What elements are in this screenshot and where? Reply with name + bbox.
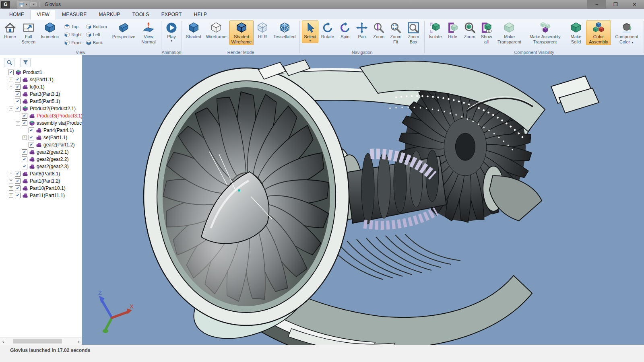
visibility-checkbox[interactable]: ✔ (29, 135, 34, 140)
tab-view[interactable]: VIEW (30, 10, 56, 20)
expander-plus-icon[interactable]: + (9, 78, 13, 82)
zoom-fit-button[interactable]: Zoom Fit (388, 21, 404, 45)
visibility-checkbox[interactable]: ✔ (22, 113, 27, 119)
close-button[interactable]: ✕ (625, 0, 644, 9)
isometric-button[interactable]: Isometric (39, 21, 61, 40)
tree-item[interactable]: ✔gear2(gear2.1) (0, 148, 82, 156)
visibility-checkbox[interactable]: ✔ (22, 149, 27, 155)
engine-model[interactable]: Z X (82, 55, 644, 345)
visibility-checkbox[interactable]: ✔ (15, 193, 21, 198)
tree-item[interactable]: −✔Product2(Product2.1) (0, 105, 82, 112)
hide-button[interactable]: Hide (445, 21, 461, 40)
rotate-tool-button[interactable]: Rotate (319, 21, 336, 40)
wireframe-button[interactable]: Wireframe (204, 21, 229, 40)
tab-help[interactable]: HELP (188, 10, 213, 19)
tree-item[interactable]: ✔Part3(Part3.1) (0, 90, 82, 98)
tree-item[interactable]: +✔se(Part1.1) (0, 134, 82, 141)
restore-button[interactable]: ❐ (606, 0, 625, 9)
customize-toolbar-button[interactable]: ▼ (30, 2, 37, 6)
tree-horizontal-scrollbar[interactable]: ‹ › (0, 337, 82, 345)
visibility-checkbox[interactable]: ✔ (22, 156, 27, 162)
tessellated-button[interactable]: Tessellated (271, 21, 297, 40)
visibility-checkbox[interactable]: ✔ (22, 120, 27, 126)
isolate-button[interactable]: Isolate (427, 21, 444, 40)
visibility-checkbox[interactable]: ✔ (15, 91, 21, 97)
spin-tool-button[interactable]: Spin (337, 21, 353, 40)
expander-plus-icon[interactable]: + (9, 85, 13, 89)
shaded-wireframe-button[interactable]: Shaded Wireframe (229, 21, 254, 45)
tree-item[interactable]: ✔Part5(Part5.1) (0, 98, 82, 105)
tree-item[interactable]: ✔Product3(Product3.1) (0, 112, 82, 119)
expander-minus-icon[interactable]: − (16, 121, 20, 125)
visibility-checkbox[interactable]: ✔ (15, 185, 21, 191)
tree-item[interactable]: ✔Product1 (0, 69, 82, 76)
tree-item[interactable]: +✔Part10(Part10.1) (0, 185, 82, 192)
tab-measure[interactable]: MEASURE (56, 10, 93, 19)
back-view-button[interactable]: Back (85, 39, 108, 47)
tree-item[interactable]: +✔Part8(Part8.1) (0, 170, 82, 177)
pan-tool-button[interactable]: Pan (354, 21, 370, 40)
tree-item[interactable]: +✔Part11(Part11.1) (0, 192, 82, 199)
tab-export[interactable]: EXPORT (155, 10, 188, 19)
zoom-box-button[interactable]: Zoom Box (405, 21, 422, 45)
play-animation-button[interactable]: Play ▼ (163, 21, 180, 43)
tree-item[interactable]: ✔gear2(gear2.2) (0, 156, 82, 163)
expander-minus-icon[interactable]: − (9, 107, 13, 111)
visibility-checkbox[interactable]: ✔ (29, 128, 34, 133)
front-view-button[interactable]: Front (63, 39, 83, 47)
show-all-button[interactable]: Show all (479, 21, 495, 45)
bottom-view-button[interactable]: Bottom (85, 23, 108, 31)
scrollbar-thumb[interactable] (13, 339, 62, 343)
tab-markup[interactable]: MARKUP (93, 10, 126, 19)
right-view-button[interactable]: Right (63, 31, 83, 39)
visibility-checkbox[interactable]: ✔ (8, 70, 14, 75)
expander-plus-icon[interactable]: + (9, 179, 13, 183)
expander-plus-icon[interactable]: + (9, 186, 13, 191)
minimize-button[interactable]: – (587, 0, 606, 9)
perspective-button[interactable]: Perspective (110, 21, 137, 40)
tree-item[interactable]: +✔lo(lo.1) (0, 83, 82, 90)
top-view-button[interactable]: Top (63, 23, 83, 31)
select-tool-button[interactable]: Select ▼ (302, 21, 318, 43)
shaded-button[interactable]: Shaded (184, 21, 203, 40)
tab-home[interactable]: HOME (3, 10, 30, 19)
tree-item[interactable]: +✔Part1(Part1.2) (0, 177, 82, 185)
visibility-checkbox[interactable]: ✔ (15, 84, 21, 90)
print-button[interactable]: ▼ (17, 1, 29, 8)
tree-item[interactable]: ✔Part4(Part4.1) (0, 127, 82, 134)
visibility-checkbox[interactable]: ✔ (15, 171, 21, 177)
left-view-button[interactable]: Left (85, 31, 108, 39)
visibility-checkbox[interactable]: ✔ (15, 77, 21, 82)
viewport-3d[interactable]: Z X (82, 55, 644, 345)
tree-item[interactable]: ✔gear2(gear2.3) (0, 163, 82, 170)
make-assembly-transparent-button[interactable]: Make Assembly Transparent (524, 21, 566, 45)
app-logo-icon[interactable]: G (1, 1, 10, 8)
view-normal-button[interactable]: View Normal (138, 21, 159, 45)
hlr-button[interactable]: HLR (254, 21, 270, 40)
component-color-button[interactable]: Component Color▼ (612, 21, 642, 45)
make-solid-button[interactable]: Make Solid (567, 21, 586, 45)
visibility-checkbox[interactable]: ✔ (29, 142, 34, 148)
make-transparent-button[interactable]: Make Transparent (495, 21, 524, 45)
expander-plus-icon[interactable]: + (9, 193, 13, 198)
tree-item[interactable]: −✔assembly sta(Product1.1 (0, 119, 82, 127)
tree-filter-button[interactable] (20, 58, 31, 67)
visibility-checkbox[interactable]: ✔ (15, 99, 21, 104)
zoom-component-button[interactable]: Zoom (462, 21, 478, 40)
scroll-right-arrow[interactable]: › (75, 338, 82, 344)
visibility-checkbox[interactable]: ✔ (22, 164, 27, 169)
full-screen-button[interactable]: Full Screen (19, 21, 38, 45)
tree-item[interactable]: ✔gear2(Part1.2) (0, 141, 82, 148)
color-assembly-button[interactable]: Color Assembly (586, 21, 611, 45)
expander-plus-icon[interactable]: + (23, 136, 27, 140)
zoom-tool-button[interactable]: Zoom (371, 21, 387, 40)
scroll-left-arrow[interactable]: ‹ (0, 338, 6, 344)
tree-search-button[interactable] (4, 58, 14, 67)
expander-plus-icon[interactable]: + (9, 172, 13, 176)
tab-tools[interactable]: TOOLS (126, 10, 155, 19)
home-view-button[interactable]: Home (2, 21, 18, 40)
tree-item[interactable]: +✔ss(Part1.1) (0, 76, 82, 83)
visibility-checkbox[interactable]: ✔ (15, 106, 21, 111)
zoom-icon (373, 22, 385, 34)
visibility-checkbox[interactable]: ✔ (15, 178, 21, 184)
